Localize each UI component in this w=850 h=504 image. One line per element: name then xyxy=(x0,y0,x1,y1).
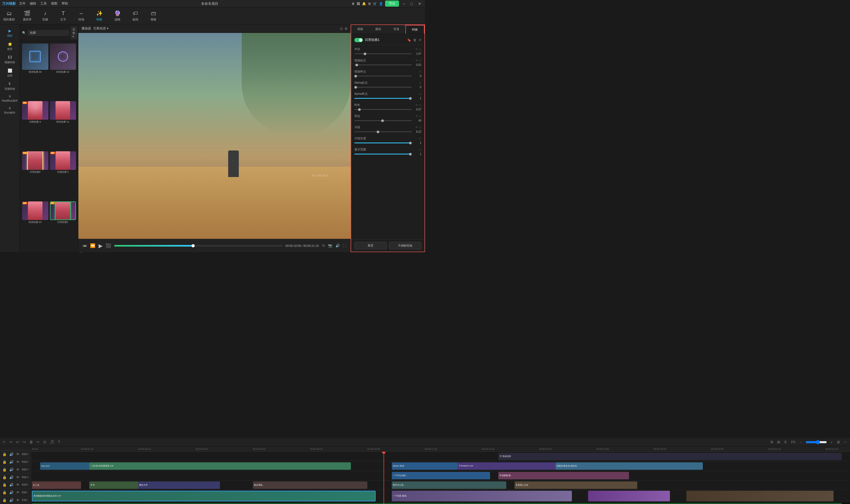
menu-file[interactable]: 文件 xyxy=(19,1,25,6)
effect-paper04[interactable]: VIP 纸张轮廓 04 xyxy=(22,201,48,250)
reset-button[interactable]: 重置 xyxy=(354,242,387,250)
tab-effects[interactable]: 特效 xyxy=(405,25,424,34)
loop-icon[interactable]: ⟲ xyxy=(322,244,325,248)
effect-delete-icon[interactable]: 🗑 xyxy=(413,38,416,42)
param-alpha-start-label: Alpha起点 ◇ xyxy=(354,81,421,85)
keyframe-feather-icon[interactable]: ◇ xyxy=(419,115,421,118)
menu-help[interactable]: 帮助 xyxy=(62,1,68,6)
menu-tools[interactable]: 工具 xyxy=(40,1,47,6)
effect-paper06[interactable]: 纸张轮廓 06 xyxy=(22,43,48,100)
tab-color[interactable]: 颜色 xyxy=(369,25,387,34)
sidebar-item-audio-effects[interactable]: 🎙 音频特效 xyxy=(0,79,20,93)
reset-radius-icon[interactable]: ↺ xyxy=(415,48,418,51)
toolbar-audio[interactable]: ♪ 音频 xyxy=(39,10,51,21)
svg-point-3 xyxy=(60,53,66,60)
sidebar-item-mine[interactable]: ▶ 我的 xyxy=(0,26,20,40)
skip-back-button[interactable]: ⏮ xyxy=(83,244,87,248)
menu-edit[interactable]: 编辑 xyxy=(30,1,36,6)
preview-icon-2[interactable]: ⊞ xyxy=(345,27,347,31)
effect-flash1[interactable]: VIP 闪亮轮廓1 xyxy=(50,201,76,250)
effect-enable-toggle[interactable] xyxy=(354,38,363,42)
display-range-slider[interactable] xyxy=(354,154,412,155)
progress-bar[interactable] xyxy=(114,245,282,247)
toolbar-transition[interactable]: ↔ 转场 xyxy=(75,10,87,21)
play-button[interactable]: ▶ xyxy=(99,242,103,249)
svg-rect-1 xyxy=(31,53,39,60)
export-button[interactable]: 导出 xyxy=(385,1,399,7)
tab-speed[interactable]: 变速 xyxy=(387,25,405,34)
effect-save-icon[interactable]: 🔖 xyxy=(407,38,411,42)
progress-thumb[interactable] xyxy=(192,244,195,247)
sidebar-item-newblue[interactable]: N NewBlue插件 xyxy=(0,93,20,105)
toolbar-text[interactable]: T 文字 xyxy=(57,10,69,21)
search-input[interactable] xyxy=(28,30,69,36)
keyframe-segment-len-icon[interactable]: ◇ xyxy=(419,137,421,140)
toolbar-my-material[interactable]: 🗂 我的素材 xyxy=(3,10,15,21)
keyframe-radius-icon[interactable]: ◇ xyxy=(419,48,421,51)
effect-flash5-label: 闪烁轮廓 5 xyxy=(50,170,76,174)
keyframe-scale-end-icon[interactable]: ◇ xyxy=(419,70,421,73)
alpha-start-slider[interactable] xyxy=(354,87,412,88)
segment-slider[interactable] xyxy=(354,131,412,132)
toolbar-material-lib[interactable]: 🎬 素材库 xyxy=(21,10,33,21)
keyframe-panel-button[interactable]: 关键帧面板 xyxy=(389,242,421,250)
effect-flash2[interactable]: VIP 闪亮轮廓2 xyxy=(22,151,48,200)
snapshot-icon[interactable]: 📷 xyxy=(328,244,332,248)
stop-button[interactable]: ⬛ xyxy=(106,243,111,248)
collapse-effects-panel[interactable]: ‹ xyxy=(80,249,83,252)
minimize-button[interactable]: ─ xyxy=(401,2,407,6)
audio-icon: ♪ xyxy=(44,10,47,16)
mine-label: 我的 xyxy=(7,34,13,38)
volume-icon[interactable]: 🔊 xyxy=(335,244,340,248)
sidebar-item-border[interactable]: ⬜ 边框 xyxy=(0,66,20,79)
fullscreen-icon[interactable]: ⛶ xyxy=(343,244,346,248)
alpha-end-slider[interactable] xyxy=(354,98,412,99)
toolbar-filter[interactable]: 🔮 滤镜 xyxy=(111,10,123,21)
maximize-button[interactable]: □ xyxy=(409,2,414,6)
toolbar-effects[interactable]: ✨ 特效 xyxy=(93,10,105,21)
sidebar-item-video-effects[interactable]: 🎞 视频特效 xyxy=(0,53,20,66)
toolbar-sticker[interactable]: 🏷 贴纸 xyxy=(129,10,141,21)
effect-paper01[interactable]: 纸张轮廓 01 xyxy=(50,101,76,150)
keyframe-duration-icon[interactable]: ◇ xyxy=(419,104,421,106)
keyframe-scale-start-icon[interactable]: ◇ xyxy=(419,59,421,62)
reset-scale-start-icon[interactable]: ↺ xyxy=(415,59,418,62)
scale-end-slider[interactable] xyxy=(354,76,412,76)
toolbar-template[interactable]: 🗃 模板 xyxy=(148,10,159,21)
feather-slider[interactable] xyxy=(354,120,412,121)
effect-flash6[interactable]: VIP 闪烁轮廓 6 xyxy=(22,101,48,150)
keyframe-alpha-end-icon[interactable]: ◇ xyxy=(419,92,421,95)
param-radius-slider-row: 1.67 xyxy=(354,52,421,55)
effect-reset-icon[interactable]: ↺ xyxy=(419,38,421,42)
reset-segment-icon[interactable]: ↺ xyxy=(415,126,418,129)
menu-view[interactable]: 视图 xyxy=(51,1,57,6)
sidebar-item-boris[interactable]: B Boris插件 xyxy=(0,105,20,117)
quality-selector[interactable]: 完整画质 ▾ xyxy=(93,26,108,31)
segment-len-slider[interactable] xyxy=(354,143,412,143)
radius-slider[interactable] xyxy=(354,53,412,54)
keyframe-segment-icon[interactable]: ◇ xyxy=(419,126,421,129)
preview-controls: ⏮ ⏪ ▶ ⬛ 00:00:10:09 / 00:00:21:19 ⟲ 📷 🔊 … xyxy=(79,239,351,252)
effect-flash5[interactable]: VIP 闪烁轮廓 5 xyxy=(50,151,76,200)
effect-paper02[interactable]: 纸张轮廓 02 xyxy=(50,43,76,100)
param-scale-start: 缩放起点 ↺ ◇ 0.02 xyxy=(354,58,421,66)
duration-slider[interactable] xyxy=(354,109,412,110)
preview-icon-1[interactable]: ⊡ xyxy=(340,27,343,31)
filter-dropdown[interactable]: 全部 ▾ xyxy=(71,26,77,39)
param-radius-label: 半径 ↺ ◇ xyxy=(354,47,421,51)
effect-paper02-thumb xyxy=(50,43,76,70)
close-button[interactable]: ✕ xyxy=(416,2,423,6)
param-display-range-label: 显示范围 ◇ xyxy=(354,147,421,151)
tab-video[interactable]: 视频 xyxy=(351,25,369,34)
reset-duration-icon[interactable]: ↺ xyxy=(415,104,418,106)
video-effects-icon: 🎞 xyxy=(8,55,12,59)
scale-start-slider[interactable] xyxy=(354,65,412,65)
reset-feather-icon[interactable]: ↺ xyxy=(415,115,418,118)
keyframe-display-range-icon[interactable]: ◇ xyxy=(419,148,421,151)
sticker-icon: 🏷 xyxy=(133,10,138,16)
sidebar-item-recommend[interactable]: ⭐ 推荐 xyxy=(0,40,20,53)
right-tabs: 视频 颜色 变速 特效 xyxy=(351,25,424,34)
frame-back-button[interactable]: ⏪ xyxy=(90,243,96,248)
keyframe-alpha-start-icon[interactable]: ◇ xyxy=(419,81,421,84)
effect-paper06-label: 纸张轮廓 06 xyxy=(22,70,48,74)
